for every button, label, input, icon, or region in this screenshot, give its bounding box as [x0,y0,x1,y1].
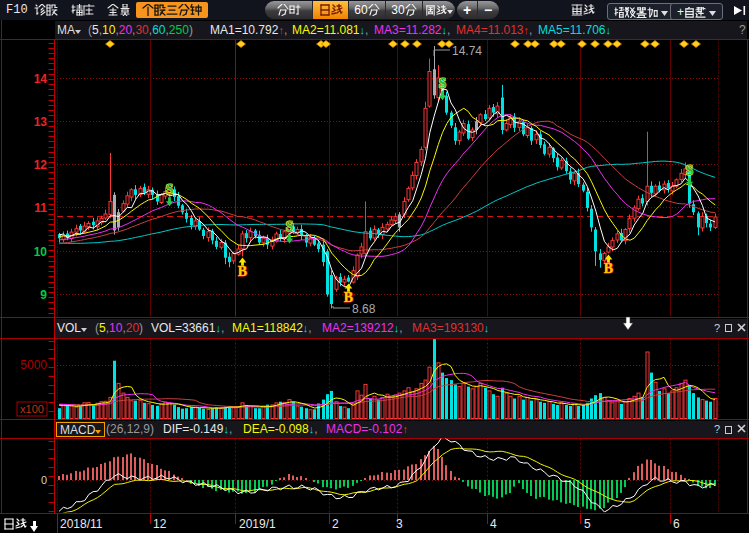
svg-text:14.74: 14.74 [452,44,482,58]
svg-text:8.68: 8.68 [352,302,376,316]
svg-text:B: B [238,264,247,279]
svg-text:11: 11 [34,201,47,215]
svg-text:S: S [286,219,294,234]
svg-text:12: 12 [34,158,48,172]
svg-text:x100: x100 [20,403,44,415]
svg-text:13: 13 [34,115,48,129]
svg-text:S: S [686,163,694,178]
svg-text:S: S [166,182,174,197]
svg-text:5000: 5000 [20,358,47,372]
svg-text:10: 10 [34,245,48,259]
svg-text:0: 0 [41,474,47,486]
svg-text:S: S [439,76,447,91]
svg-text:14: 14 [34,72,48,86]
svg-text:B: B [604,261,613,276]
svg-text:9: 9 [40,288,47,302]
